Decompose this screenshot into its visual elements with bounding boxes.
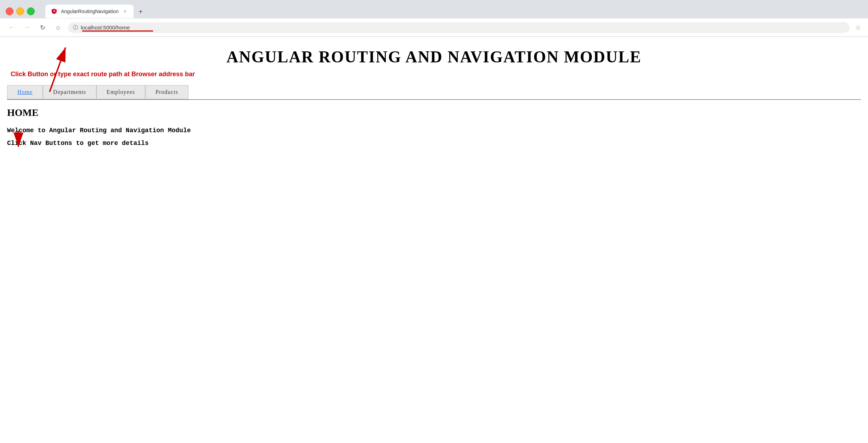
address-bar-container: ⓘ xyxy=(68,22,850,33)
bookmark-button[interactable]: ☆ xyxy=(854,22,862,33)
nav-products-button[interactable]: Products xyxy=(145,85,188,99)
home-button[interactable]: ⌂ xyxy=(52,22,64,33)
browser-titlebar: AngularRoutingNavigation × + xyxy=(0,0,868,18)
tab-bar: AngularRoutingNavigation × + xyxy=(45,5,862,18)
close-button[interactable] xyxy=(6,7,13,15)
sub-text: Click Nav Buttons to get more details xyxy=(7,140,861,147)
url-underline-annotation xyxy=(82,30,153,32)
angular-favicon-icon xyxy=(51,8,57,15)
reload-button[interactable]: ↻ xyxy=(37,22,48,33)
minimize-button[interactable] xyxy=(16,7,24,15)
welcome-text: Welcome to Angular Routing and Navigatio… xyxy=(7,127,861,134)
home-section: HOME Welcome to Angular Routing and Navi… xyxy=(7,107,861,147)
traffic-lights xyxy=(6,7,35,15)
instruction-text: Click Button or type exact route path at… xyxy=(11,71,861,78)
active-tab[interactable]: AngularRoutingNavigation × xyxy=(45,5,134,18)
nav-home-button[interactable]: Home xyxy=(7,85,43,99)
browser-content: ANGULAR ROUTING AND NAVIGATION MODULE Cl… xyxy=(0,37,868,443)
security-icon: ⓘ xyxy=(73,24,78,31)
browser-window: AngularRoutingNavigation × + ← → ↻ ⌂ ⓘ ☆ xyxy=(0,0,868,443)
home-heading: HOME xyxy=(7,107,861,118)
forward-button[interactable]: → xyxy=(21,22,33,33)
back-button[interactable]: ← xyxy=(6,22,17,33)
nav-departments-button[interactable]: Departments xyxy=(43,85,96,99)
browser-toolbar: ← → ↻ ⌂ ⓘ ☆ xyxy=(0,18,868,37)
new-tab-button[interactable]: + xyxy=(135,6,146,17)
page-title: ANGULAR ROUTING AND NAVIGATION MODULE xyxy=(7,47,861,66)
maximize-button[interactable] xyxy=(27,7,35,15)
svg-rect-3 xyxy=(54,11,55,11)
tab-title: AngularRoutingNavigation xyxy=(61,9,119,14)
tab-close-button[interactable]: × xyxy=(122,8,128,15)
nav-buttons: Home Departments Employees Products xyxy=(7,85,861,100)
address-bar[interactable] xyxy=(81,24,845,30)
nav-employees-button[interactable]: Employees xyxy=(96,85,145,99)
